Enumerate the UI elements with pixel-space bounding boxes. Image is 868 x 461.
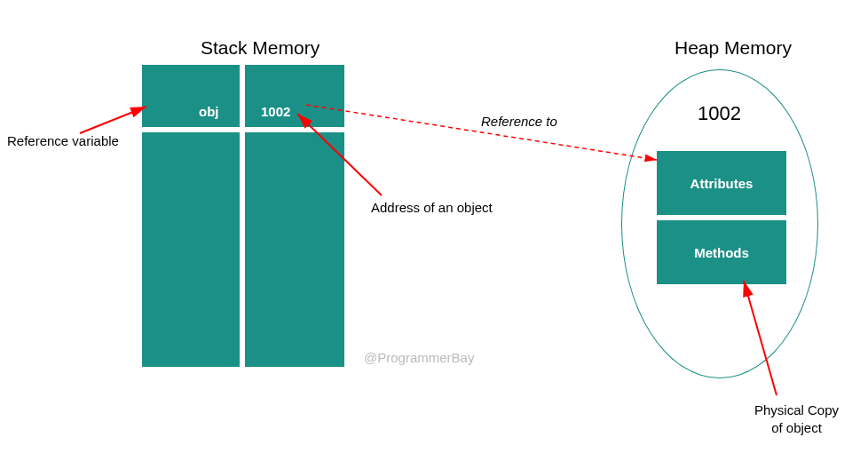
stack-cell-top-right	[245, 65, 344, 127]
watermark-text: @ProgrammerBay	[364, 350, 474, 365]
heap-attributes-box: Attributes	[657, 151, 786, 215]
stack-memory-diagram: obj 1002	[142, 65, 344, 367]
reference-to-label: Reference to	[481, 114, 557, 129]
stack-memory-title: Stack Memory	[201, 37, 320, 59]
stack-address-value: 1002	[261, 104, 290, 119]
arrow-reference-variable	[80, 107, 146, 133]
physical-copy-label: Physical Copy of object	[754, 401, 839, 436]
stack-variable-name: obj	[199, 104, 219, 119]
heap-memory-title: Heap Memory	[675, 37, 792, 59]
reference-variable-label: Reference variable	[7, 133, 119, 148]
physical-copy-line1: Physical Copy	[754, 402, 839, 417]
heap-methods-box: Methods	[657, 220, 786, 284]
physical-copy-line2: of object	[771, 420, 822, 435]
address-of-object-label: Address of an object	[371, 200, 493, 215]
stack-cell-top-left	[142, 65, 240, 127]
heap-address-value: 1002	[698, 102, 741, 125]
stack-cell-bottom-right	[245, 132, 344, 367]
stack-cell-bottom-left	[142, 132, 240, 367]
